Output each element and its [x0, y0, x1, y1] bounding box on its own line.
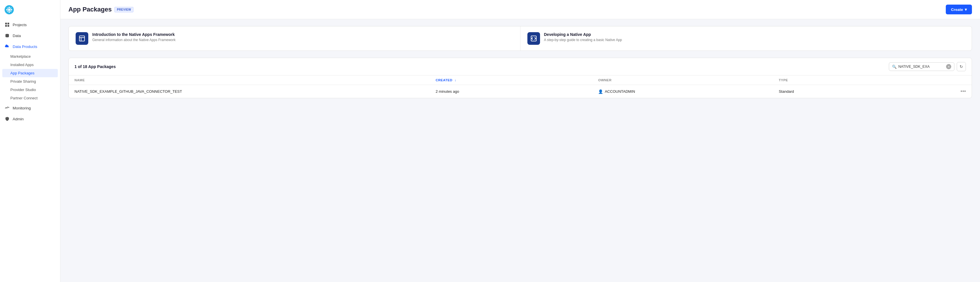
col-header-owner: OWNER: [592, 76, 773, 85]
col-header-created[interactable]: CREATED ↓: [430, 76, 592, 85]
row-menu-button[interactable]: •••: [926, 85, 972, 98]
svg-rect-13: [5, 23, 7, 24]
data-label: Data: [13, 33, 21, 38]
sidebar-item-monitoring[interactable]: Monitoring: [0, 103, 60, 113]
sidebar-item-installed-apps[interactable]: Installed Apps: [0, 60, 60, 69]
data-products-label: Data Products: [13, 44, 37, 49]
native-apps-desc: General information about the Native App…: [92, 38, 175, 42]
sidebar: Projects Data Data Products Marketplace …: [0, 0, 60, 282]
svg-rect-18: [80, 36, 84, 41]
preview-badge: PREVIEW: [115, 7, 134, 12]
developing-title: Developing a Native App: [544, 32, 622, 37]
native-apps-icon: [76, 32, 88, 45]
data-products-sub-nav: Marketplace Installed Apps App Packages …: [0, 52, 60, 102]
sidebar-item-marketplace[interactable]: Marketplace: [0, 52, 60, 60]
search-clear-button[interactable]: ✕: [946, 64, 951, 69]
snowflake-logo[interactable]: [5, 5, 14, 14]
developing-icon: [527, 32, 540, 45]
table-row[interactable]: NATIVE_SDK_EXAMPLE_GITHUB_JAVA_CONNECTOR…: [69, 85, 972, 98]
info-card-native-apps[interactable]: Introduction to the Native Apps Framewor…: [69, 27, 520, 51]
developing-desc: A step-by-step guide to creating a basic…: [544, 38, 622, 42]
grid-icon: [5, 22, 10, 27]
monitoring-label: Monitoring: [13, 106, 31, 110]
create-button[interactable]: Create ▾: [946, 5, 972, 14]
chevron-down-icon: ▾: [965, 7, 967, 12]
search-box[interactable]: 🔍 ✕: [889, 62, 955, 71]
col-header-name: NAME: [69, 76, 430, 85]
search-input[interactable]: [898, 65, 944, 69]
main-body: Introduction to the Native Apps Framewor…: [60, 19, 980, 282]
title-row: App Packages PREVIEW: [68, 6, 134, 13]
row-type: Standard: [773, 85, 926, 98]
info-cards-container: Introduction to the Native Apps Framewor…: [68, 26, 972, 51]
row-owner: 👤 ACCOUNTADMIN: [592, 85, 773, 98]
table-column-headers: NAME CREATED ↓ OWNER TYPE: [69, 76, 972, 85]
database-icon: [5, 33, 10, 38]
native-apps-content: Introduction to the Native Apps Framewor…: [92, 32, 175, 42]
info-card-developing[interactable]: Developing a Native App A step-by-step g…: [520, 27, 972, 51]
svg-rect-14: [8, 23, 9, 24]
developing-content: Developing a Native App A step-by-step g…: [544, 32, 622, 42]
sidebar-item-projects[interactable]: Projects: [0, 19, 60, 30]
sidebar-item-private-sharing[interactable]: Private Sharing: [0, 77, 60, 86]
sidebar-item-app-packages[interactable]: App Packages: [2, 69, 58, 77]
sidebar-item-admin[interactable]: Admin: [0, 114, 60, 124]
col-header-actions: [926, 76, 972, 85]
native-apps-title: Introduction to the Native Apps Framewor…: [92, 32, 175, 37]
table-controls: 🔍 ✕ ↻: [889, 62, 966, 71]
search-icon: 🔍: [892, 65, 897, 69]
row-name: NATIVE_SDK_EXAMPLE_GITHUB_JAVA_CONNECTOR…: [69, 85, 430, 98]
projects-label: Projects: [13, 23, 27, 27]
admin-label: Admin: [13, 117, 24, 121]
snowflake-icon: [5, 5, 14, 14]
sidebar-item-data[interactable]: Data: [0, 30, 60, 41]
page-header: App Packages PREVIEW Create ▾: [60, 0, 980, 19]
sidebar-item-data-products[interactable]: Data Products: [0, 41, 60, 52]
activity-icon: [5, 105, 10, 111]
shield-icon: [5, 116, 10, 122]
owner-icon: 👤: [598, 89, 603, 94]
svg-rect-15: [5, 25, 7, 27]
table-count: 1 of 18 App Packages: [75, 64, 116, 69]
app-packages-table: NAME CREATED ↓ OWNER TYPE: [69, 76, 972, 98]
svg-rect-16: [8, 25, 9, 27]
col-header-type: TYPE: [773, 76, 926, 85]
main-content: App Packages PREVIEW Create ▾ Introducti…: [60, 0, 980, 282]
cloud-icon: [5, 44, 10, 49]
sidebar-navigation: Projects Data Data Products Marketplace …: [0, 18, 60, 125]
refresh-button[interactable]: ↻: [957, 62, 966, 71]
app-packages-table-section: 1 of 18 App Packages 🔍 ✕ ↻ NAME: [68, 58, 972, 98]
table-header-row: 1 of 18 App Packages 🔍 ✕ ↻: [69, 58, 972, 76]
sidebar-item-partner-connect[interactable]: Partner Connect: [0, 94, 60, 102]
sidebar-logo: [0, 0, 60, 18]
page-title: App Packages: [68, 6, 111, 13]
row-created: 2 minutes ago: [430, 85, 592, 98]
sort-arrow-icon: ↓: [455, 78, 457, 82]
sidebar-item-provider-studio[interactable]: Provider Studio: [0, 86, 60, 94]
